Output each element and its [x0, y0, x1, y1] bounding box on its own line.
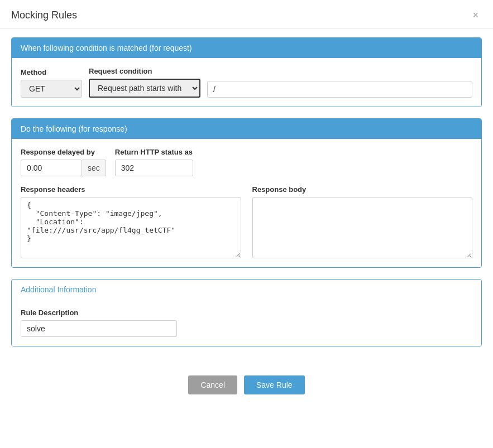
- response-section-header: Do the following (for response): [12, 119, 481, 139]
- headers-textarea[interactable]: { "Content-Type": "image/jpeg", "Locatio…: [21, 197, 241, 258]
- modal-footer: Cancel Save Rule: [0, 367, 493, 408]
- method-label: Method: [21, 68, 82, 76]
- response-section-body: Response delayed by sec Return HTTP stat…: [12, 139, 481, 267]
- delay-status-row: Response delayed by sec Return HTTP stat…: [21, 148, 472, 176]
- response-body-row: Response headers { "Content-Type": "imag…: [21, 185, 472, 258]
- delay-input[interactable]: [21, 160, 82, 176]
- delay-label: Response delayed by: [21, 148, 106, 156]
- modal-header: Mocking Rules ×: [0, 0, 493, 28]
- modal-container: Mocking Rules × When following condition…: [0, 0, 493, 448]
- sec-label: sec: [82, 160, 106, 176]
- delay-group: Response delayed by sec: [21, 148, 106, 176]
- condition-section: When following condition is matched (for…: [11, 37, 482, 107]
- response-section: Do the following (for response) Response…: [11, 118, 482, 268]
- body-label: Response body: [252, 185, 473, 194]
- condition-section-header: When following condition is matched (for…: [12, 38, 481, 58]
- body-textarea[interactable]: [252, 197, 473, 258]
- method-select[interactable]: GET POST PUT DELETE PATCH HEAD OPTIONS: [21, 80, 82, 98]
- description-group: Rule Description: [21, 309, 472, 337]
- request-condition-group: Request condition Request path starts wi…: [89, 67, 200, 98]
- request-condition-label: Request condition: [89, 67, 200, 75]
- path-input[interactable]: [207, 81, 472, 98]
- description-label: Rule Description: [21, 309, 472, 317]
- status-label: Return HTTP status as: [115, 148, 193, 156]
- close-button[interactable]: ×: [469, 9, 482, 21]
- save-rule-button[interactable]: Save Rule: [244, 375, 305, 394]
- modal-body: When following condition is matched (for…: [0, 28, 493, 367]
- path-label: [207, 69, 472, 78]
- status-input[interactable]: [115, 160, 193, 176]
- additional-section: Additional Information Rule Description: [11, 279, 482, 346]
- delay-input-row: sec: [21, 160, 106, 176]
- headers-col: Response headers { "Content-Type": "imag…: [21, 185, 241, 258]
- method-group: Method GET POST PUT DELETE PATCH HEAD OP…: [21, 68, 82, 98]
- headers-label: Response headers: [21, 185, 241, 194]
- condition-section-body: Method GET POST PUT DELETE PATCH HEAD OP…: [12, 58, 481, 107]
- cancel-button[interactable]: Cancel: [188, 375, 237, 394]
- modal-title: Mocking Rules: [11, 9, 77, 21]
- additional-section-body: Rule Description: [12, 300, 481, 346]
- status-group: Return HTTP status as: [115, 148, 193, 176]
- additional-section-header: Additional Information: [12, 280, 481, 300]
- path-group: [207, 69, 472, 98]
- condition-row: Method GET POST PUT DELETE PATCH HEAD OP…: [21, 67, 472, 98]
- request-condition-select[interactable]: Request path starts with Request path eq…: [89, 79, 200, 98]
- body-col: Response body: [252, 185, 473, 258]
- description-input[interactable]: [21, 320, 177, 337]
